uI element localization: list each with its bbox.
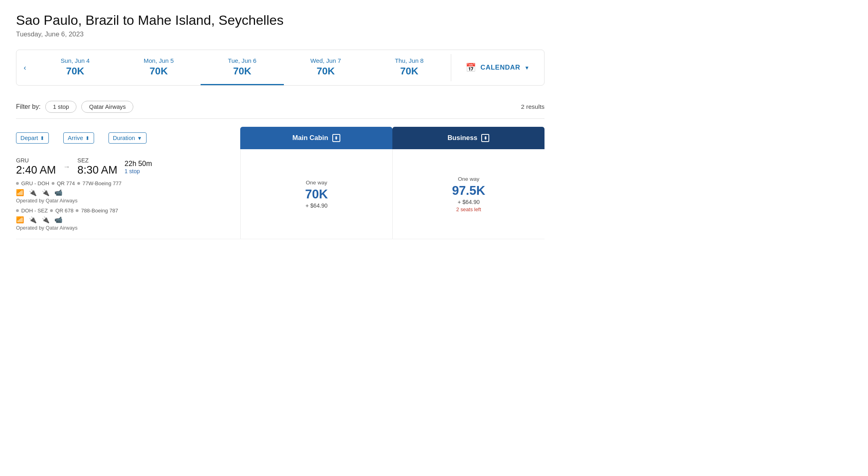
flight-column-headers: Depart ⬍ Arrive ⬍ Duration ▼ — [16, 127, 240, 149]
flight-stops: 1 stop — [125, 168, 152, 174]
date-nav-dates: Sun, Jun 4 70K Mon, Jun 5 70K Tue, Jun 6… — [33, 50, 451, 85]
business-points: 97.5K — [452, 184, 485, 198]
page-title: Sao Paulo, Brazil to Mahe Island, Seyche… — [16, 13, 545, 28]
usb-icon-1: 🔌 — [42, 216, 50, 224]
segment-dot-1 — [16, 209, 19, 212]
date-label-1: Mon, Jun 5 — [144, 57, 174, 64]
date-label-3: Wed, Jun 7 — [310, 57, 341, 64]
main-cabin-header[interactable]: Main Cabin ⬍ — [240, 127, 392, 149]
segment-block-1: DOH - SEZ QR 678 788-Boeing 787 📶 🔌 🔌 📹 … — [16, 208, 232, 231]
flight-segment-0: GRU - DOH QR 774 77W-Boeing 777 — [16, 180, 232, 186]
flight-segment-1: DOH - SEZ QR 678 788-Boeing 787 — [16, 208, 232, 214]
filter-chip-1-stop[interactable]: 1 stop — [45, 101, 76, 113]
flight-times: GRU 2:40 AM → SEZ 8:30 AM 22h 50m 1 stop — [16, 157, 232, 176]
date-label-4: Thu, Jun 8 — [395, 57, 424, 64]
segment-aircraft-1: 788-Boeing 787 — [81, 208, 118, 214]
date-item-2[interactable]: Tue, Jun 6 70K — [201, 50, 284, 85]
date-item-1[interactable]: Mon, Jun 5 70K — [117, 50, 201, 85]
duration-label: Duration — [113, 135, 135, 141]
main-cabin-cash: + $64.90 — [305, 202, 328, 209]
date-item-0[interactable]: Sun, Jun 4 70K — [33, 50, 117, 85]
depart-sort-icon: ⬍ — [40, 135, 44, 141]
date-nav-bar: ‹ Sun, Jun 4 70K Mon, Jun 5 70K Tue, Jun… — [16, 50, 545, 86]
flight-arrow: → — [63, 163, 70, 171]
screen-icon-0: 📹 — [54, 189, 62, 196]
page-subtitle: Tuesday, June 6, 2023 — [16, 30, 545, 38]
main-cabin-price-cell[interactable]: One way 70K + $64.90 — [240, 149, 392, 239]
prev-date-button[interactable]: ‹ — [16, 50, 33, 85]
wifi-icon-0: 📶 — [16, 189, 24, 196]
segment-block-0: GRU - DOH QR 774 77W-Boeing 777 📶 🔌 🔌 📹 … — [16, 180, 232, 204]
segment-dot2-0 — [52, 182, 54, 185]
date-label-2: Tue, Jun 6 — [228, 57, 256, 64]
filter-bar: Filter by: 1 stop Qatar Airways 2 result… — [16, 95, 545, 119]
power-icon-0: 🔌 — [29, 189, 37, 196]
duration-sort-icon: ▼ — [137, 135, 142, 141]
duration-sort-button[interactable]: Duration ▼ — [108, 132, 147, 144]
business-oneway: One way — [458, 176, 480, 182]
business-header[interactable]: Business ⬍ — [392, 127, 545, 149]
flight-info: GRU 2:40 AM → SEZ 8:30 AM 22h 50m 1 stop — [16, 149, 240, 239]
calendar-icon: 📅 — [466, 63, 476, 72]
filter-chip-qatar[interactable]: Qatar Airways — [81, 101, 133, 113]
calendar-button[interactable]: 📅 CALENDAR ▼ — [451, 50, 544, 85]
results-count: 2 results — [521, 103, 545, 110]
operated-by-1: Operated by Qatar Airways — [16, 225, 232, 231]
results-area: GRU 2:40 AM → SEZ 8:30 AM 22h 50m 1 stop — [16, 149, 545, 239]
segment-flight-1: QR 678 — [55, 208, 73, 214]
segment-route-1: DOH - SEZ — [21, 208, 48, 214]
filter-label: Filter by: — [16, 103, 40, 110]
business-label: Business — [448, 134, 478, 142]
depart-sort-button[interactable]: Depart ⬍ — [16, 132, 49, 144]
arrive-time: 8:30 AM — [77, 164, 117, 176]
duration-time: 22h 50m — [125, 160, 152, 168]
date-label-0: Sun, Jun 4 — [60, 57, 90, 64]
column-headers-row: Depart ⬍ Arrive ⬍ Duration ▼ Main Cabin … — [16, 127, 545, 149]
flight-amenities-1: 📶 🔌 🔌 📹 — [16, 216, 232, 224]
screen-icon-1: 📹 — [54, 216, 62, 224]
segment-aircraft-0: 77W-Boeing 777 — [82, 180, 121, 186]
main-cabin-sort-icon: ⬍ — [332, 134, 340, 142]
date-points-2: 70K — [233, 66, 251, 77]
depart-time: 2:40 AM — [16, 164, 56, 176]
arrive-sort-button[interactable]: Arrive ⬍ — [63, 132, 94, 144]
depart-label: Depart — [20, 135, 38, 141]
wifi-icon-1: 📶 — [16, 216, 24, 224]
power-icon-1: 🔌 — [29, 216, 37, 224]
main-cabin-points: 70K — [305, 187, 328, 202]
date-points-1: 70K — [150, 66, 168, 77]
business-seats: 2 seats left — [456, 206, 481, 212]
flight-row: GRU 2:40 AM → SEZ 8:30 AM 22h 50m 1 stop — [16, 149, 545, 239]
depart-airport: GRU — [16, 157, 56, 164]
date-item-3[interactable]: Wed, Jun 7 70K — [284, 50, 368, 85]
calendar-label: CALENDAR — [480, 64, 520, 72]
business-sort-icon: ⬍ — [481, 134, 489, 142]
date-points-4: 70K — [400, 66, 418, 77]
filter-left: Filter by: 1 stop Qatar Airways — [16, 101, 133, 113]
date-item-4[interactable]: Thu, Jun 8 70K — [368, 50, 451, 85]
business-price-cell[interactable]: One way 97.5K + $64.90 2 seats left — [392, 149, 545, 239]
operated-by-0: Operated by Qatar Airways — [16, 198, 232, 204]
business-cash: + $64.90 — [458, 199, 480, 205]
main-cabin-label: Main Cabin — [292, 134, 328, 142]
flight-amenities-0: 📶 🔌 🔌 📹 — [16, 189, 232, 196]
main-cabin-oneway: One way — [306, 180, 328, 186]
segment-flight-0: QR 774 — [57, 180, 75, 186]
date-points-0: 70K — [66, 66, 84, 77]
arrive-airport: SEZ — [77, 157, 117, 164]
usb-icon-0: 🔌 — [42, 189, 50, 196]
segment-dot3-0 — [77, 182, 80, 185]
arrive-label: Arrive — [68, 135, 83, 141]
date-points-3: 70K — [317, 66, 335, 77]
segment-dot2-1 — [50, 209, 53, 212]
segment-route-0: GRU - DOH — [21, 180, 49, 186]
calendar-dropdown-icon: ▼ — [524, 65, 530, 71]
segment-dot-0 — [16, 182, 19, 185]
arrive-block: SEZ 8:30 AM — [77, 157, 117, 176]
duration-block: 22h 50m 1 stop — [125, 160, 152, 174]
depart-block: GRU 2:40 AM — [16, 157, 56, 176]
segment-dot3-1 — [76, 209, 78, 212]
arrive-sort-icon: ⬍ — [85, 135, 90, 141]
